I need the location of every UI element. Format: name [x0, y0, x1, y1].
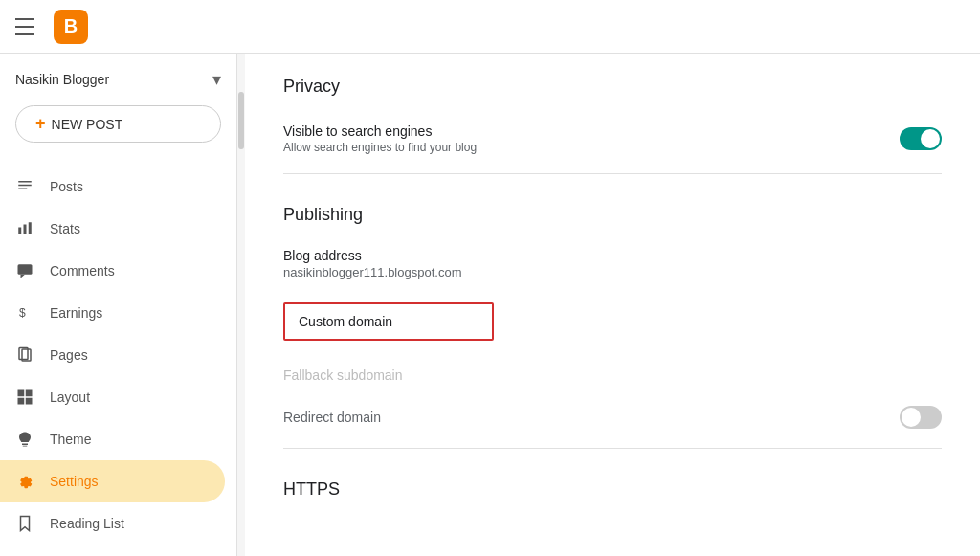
- toggle-knob: [921, 129, 940, 148]
- svg-text:$: $: [19, 306, 26, 320]
- privacy-divider: [283, 173, 942, 174]
- visible-to-search-label: Visible to search engines: [283, 123, 477, 139]
- blog-address-label: Blog address: [283, 248, 942, 263]
- settings-icon: [15, 472, 34, 491]
- pages-icon: [15, 345, 34, 365]
- header: B: [0, 0, 980, 54]
- privacy-section: Privacy Visible to search engines Allow …: [283, 77, 942, 174]
- earnings-icon: $: [15, 303, 34, 322]
- sidebar-item-label: Stats: [50, 221, 80, 236]
- comments-icon: [15, 261, 34, 280]
- dropdown-icon: ▾: [212, 69, 221, 90]
- visible-to-search-labels: Visible to search engines Allow search e…: [283, 123, 477, 154]
- https-title: HTTPS: [283, 479, 942, 500]
- sidebar-item-label: Posts: [50, 179, 83, 194]
- reading-list-icon: [15, 514, 34, 533]
- scrollbar-track[interactable]: [237, 54, 245, 556]
- custom-domain-box[interactable]: Custom domain: [283, 302, 494, 341]
- sidebar-item-label: Pages: [50, 347, 88, 363]
- svg-marker-7: [21, 275, 26, 278]
- blog-address-value: nasikinblogger111.blogspot.com: [283, 265, 942, 279]
- sidebar-item-pages[interactable]: Pages: [0, 334, 225, 376]
- svg-rect-4: [24, 225, 27, 235]
- sidebar-item-comments[interactable]: Comments: [0, 250, 225, 292]
- redirect-domain-row: Redirect domain: [283, 394, 942, 440]
- svg-rect-16: [23, 446, 28, 447]
- svg-rect-14: [26, 398, 33, 405]
- posts-icon: [15, 177, 34, 196]
- svg-rect-2: [18, 189, 27, 190]
- sidebar-item-label: Settings: [50, 474, 99, 489]
- menu-icon[interactable]: [15, 15, 38, 38]
- content-area: Privacy Visible to search engines Allow …: [245, 54, 980, 556]
- sidebar-item-label: Layout: [50, 389, 90, 405]
- svg-rect-5: [29, 222, 32, 234]
- scrollbar-thumb[interactable]: [238, 92, 244, 149]
- fallback-subdomain[interactable]: Fallback subdomain: [283, 356, 942, 394]
- sidebar-item-label: Theme: [50, 432, 92, 447]
- svg-rect-12: [26, 390, 33, 397]
- sidebar-item-earnings[interactable]: $ Earnings: [0, 292, 225, 334]
- svg-rect-3: [18, 228, 21, 235]
- sidebar-item-theme[interactable]: Theme: [0, 418, 225, 460]
- svg-rect-11: [18, 390, 25, 397]
- svg-rect-1: [18, 185, 32, 187]
- sidebar-item-reading-list[interactable]: Reading List: [0, 502, 225, 545]
- sidebar-item-label: Earnings: [50, 305, 102, 321]
- svg-marker-17: [21, 517, 30, 531]
- blog-selector[interactable]: Nasikin Blogger ▾: [0, 54, 236, 98]
- main-layout: Nasikin Blogger ▾ + NEW POST Posts Stats: [0, 54, 980, 556]
- custom-domain-container[interactable]: Custom domain: [283, 295, 942, 356]
- custom-domain-label: Custom domain: [299, 314, 392, 329]
- sidebar-item-stats[interactable]: Stats: [0, 208, 225, 250]
- theme-icon: [15, 430, 34, 449]
- visible-to-search-toggle[interactable]: [900, 127, 942, 150]
- sidebar-item-layout[interactable]: Layout: [0, 376, 225, 418]
- plus-icon: +: [35, 114, 46, 134]
- publishing-divider: [283, 448, 942, 449]
- https-section: HTTPS: [283, 479, 942, 500]
- sidebar-item-label: Reading List: [50, 516, 124, 531]
- stats-icon: [15, 219, 34, 238]
- publishing-title: Publishing: [283, 205, 942, 225]
- blogger-logo: B: [54, 10, 88, 44]
- publishing-section: Publishing Blog address nasikinblogger11…: [283, 205, 942, 449]
- svg-rect-15: [22, 444, 28, 446]
- toggle-knob: [902, 408, 921, 427]
- sidebar-item-label: Comments: [50, 263, 115, 278]
- svg-rect-0: [18, 181, 32, 183]
- visible-to-search-row: Visible to search engines Allow search e…: [283, 112, 942, 166]
- privacy-title: Privacy: [283, 77, 942, 97]
- sidebar-item-posts[interactable]: Posts: [0, 166, 225, 208]
- redirect-domain-label: Redirect domain: [283, 410, 381, 425]
- layout-icon: [15, 388, 34, 407]
- new-post-button[interactable]: + NEW POST: [15, 105, 221, 143]
- redirect-domain-toggle[interactable]: [900, 406, 942, 429]
- blog-name: Nasikin Blogger: [15, 72, 212, 87]
- sidebar: Nasikin Blogger ▾ + NEW POST Posts Stats: [0, 54, 237, 556]
- svg-rect-6: [18, 264, 33, 275]
- sidebar-item-settings[interactable]: Settings: [0, 460, 225, 502]
- visible-to-search-sublabel: Allow search engines to find your blog: [283, 141, 477, 154]
- blog-address-container: Blog address nasikinblogger111.blogspot.…: [283, 240, 942, 295]
- svg-rect-13: [18, 398, 25, 405]
